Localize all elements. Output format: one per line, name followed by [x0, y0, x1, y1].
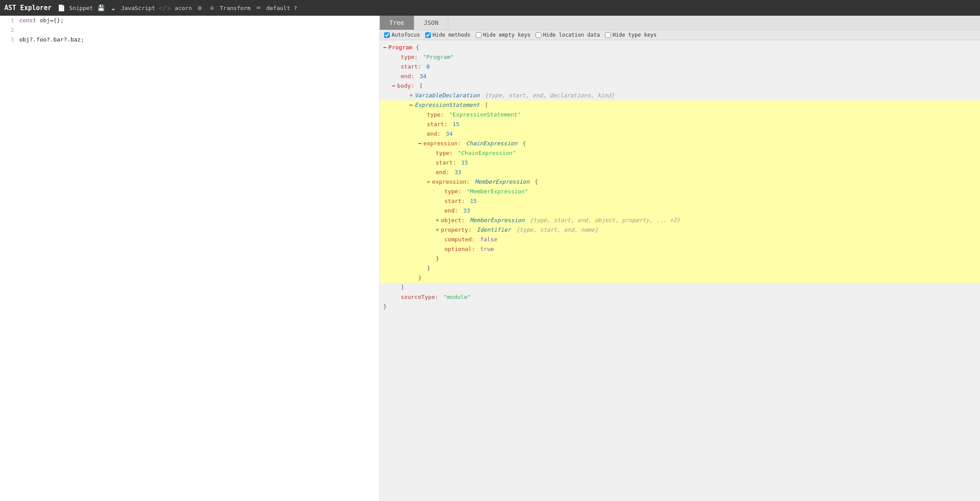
hide-location-checkbox[interactable]: [536, 32, 541, 38]
help-label: ?: [294, 5, 297, 11]
ast-optional-line: optional: true: [380, 244, 980, 254]
object-comment: {type, start, end, object, property, ...…: [530, 216, 680, 225]
javascript-label: JavaScript: [121, 5, 155, 11]
code-line-2: 2: [0, 25, 379, 35]
code-content-1: const obj={};: [19, 16, 64, 25]
ast-start-line: start: 0: [380, 62, 980, 72]
tab-json-label: JSON: [424, 19, 439, 26]
options-bar: Autofocus Hide methods Hide empty keys H…: [380, 30, 980, 40]
ast-pane: Tree JSON Autofocus Hide methods Hide em…: [380, 16, 980, 501]
main-container: 1 const obj={}; 2 3 obj?.foo?.bar?.baz; …: [0, 16, 980, 501]
program-collapse-btn[interactable]: −: [383, 43, 387, 52]
object-key: object:: [441, 216, 465, 225]
line-number-2: 2: [3, 25, 14, 35]
acorn-btn[interactable]: acorn: [175, 5, 192, 11]
memberexpr-collapse-btn[interactable]: −: [427, 177, 430, 187]
snippet-btn[interactable]: Snippet: [69, 5, 93, 11]
exprstmt-label: ExpressionStatement: [415, 100, 480, 110]
hide-location-option[interactable]: Hide location data: [536, 32, 600, 38]
property-label: Identifier: [477, 225, 511, 235]
ast-chainexpr-type-line: type: "ChainExpression": [380, 148, 980, 158]
transform-label: Transform: [220, 5, 251, 11]
memberexpr-type-key: type:: [444, 187, 461, 196]
app-title: AST Explorer: [4, 4, 52, 12]
chainexpr-close-brace: }: [427, 264, 430, 273]
hide-methods-label: Hide methods: [433, 32, 471, 38]
autofocus-option[interactable]: Autofocus: [384, 32, 420, 38]
property-comment: {type, start, end, name}: [516, 225, 598, 235]
ast-exprstmt-close: }: [380, 273, 980, 283]
code-line-1: 1 const obj={};: [0, 16, 379, 25]
code-content-3: obj?.foo?.bar?.baz;: [19, 35, 84, 45]
ast-body-close: ]: [380, 283, 980, 292]
ast-property-line: + property: Identifier {type, start, end…: [380, 225, 980, 235]
body-bracket-open: [: [420, 81, 423, 91]
hide-empty-keys-checkbox[interactable]: [476, 32, 481, 38]
snippet-file-icon: 📄: [57, 3, 65, 12]
ast-memberexpr-type-line: type: "MemberExpression": [380, 187, 980, 196]
property-expand-btn[interactable]: +: [436, 225, 439, 235]
ast-variabledecl-line: + VariableDeclaration {type, start, end,…: [380, 91, 980, 100]
exprstmt-collapse-btn[interactable]: −: [409, 100, 413, 110]
ast-chainexpr-end-line: end: 33: [380, 168, 980, 177]
variabledecl-expand-btn[interactable]: +: [409, 91, 413, 100]
chainexpr-start-value: 15: [461, 158, 468, 168]
ast-memberexpr-start-line: start: 15: [380, 196, 980, 206]
memberexpr-brace: {: [535, 177, 538, 187]
default-btn[interactable]: default: [266, 5, 290, 11]
chainexpr-start-key: start:: [436, 158, 456, 168]
program-label: Program: [389, 43, 413, 52]
ast-exprstmt-type-line: type: "ExpressionStatement": [380, 110, 980, 120]
exprstmt-end-value: 34: [446, 129, 453, 139]
start-key: start:: [401, 62, 421, 72]
body-collapse-btn[interactable]: −: [392, 81, 395, 91]
hide-type-keys-option[interactable]: Hide type keys: [605, 32, 657, 38]
hide-empty-keys-label: Hide empty keys: [483, 32, 530, 38]
chainexpr-collapse-btn[interactable]: −: [418, 139, 422, 148]
tab-json[interactable]: JSON: [414, 16, 449, 30]
hide-empty-keys-option[interactable]: Hide empty keys: [476, 32, 530, 38]
program-brace-open: {: [413, 43, 420, 52]
chainexpr-brace: {: [523, 139, 526, 148]
hide-methods-option[interactable]: Hide methods: [425, 32, 471, 38]
help-btn[interactable]: ?: [294, 5, 297, 11]
acorn-label: acorn: [175, 5, 192, 11]
ast-type-line: type: "Program": [380, 52, 980, 62]
ast-sourcetype-line: sourceType: "module": [380, 292, 980, 302]
autofocus-checkbox[interactable]: [384, 32, 390, 38]
hide-type-keys-label: Hide type keys: [612, 32, 657, 38]
ast-exprstmt-line: − ExpressionStatement [: [380, 100, 980, 110]
javascript-btn[interactable]: JavaScript: [121, 5, 155, 11]
chainexpr-label: ChainExpression: [466, 139, 517, 148]
exprstmt-type-key: type:: [427, 110, 444, 120]
tab-tree[interactable]: Tree: [380, 16, 414, 30]
editor-pane[interactable]: 1 const obj={}; 2 3 obj?.foo?.bar?.baz;: [0, 16, 380, 501]
tab-bar: Tree JSON: [380, 16, 980, 30]
body-bracket-close: ]: [401, 283, 404, 292]
exprstmt-bracket: [: [485, 100, 488, 110]
ast-body-line: − body: [: [380, 81, 980, 91]
hide-type-keys-checkbox[interactable]: [605, 32, 611, 38]
gear-icon[interactable]: ⚙: [196, 3, 204, 12]
type-value: "Program": [423, 52, 454, 62]
transform-btn[interactable]: Transform: [220, 5, 251, 11]
ast-exprstmt-start-line: start: 15: [380, 120, 980, 129]
divider-1: </>: [158, 4, 171, 12]
cloud-icon: ☁: [109, 3, 117, 12]
ast-content[interactable]: − Program { type: "Program" start: 0: [380, 40, 980, 501]
chainexpr-key: expression:: [423, 139, 461, 148]
toggle-icon[interactable]: ⊙: [208, 3, 217, 12]
optional-value: true: [480, 244, 494, 254]
ast-memberexpr-close-inner: }: [380, 254, 980, 264]
computed-value: false: [480, 235, 497, 244]
code-content-2: [19, 25, 23, 35]
autofocus-label: Autofocus: [392, 32, 420, 38]
snippet-label: Snippet: [69, 5, 93, 11]
ast-chainexpr-close: }: [380, 264, 980, 273]
sourcetype-value: "module": [444, 292, 471, 302]
object-expand-btn[interactable]: +: [436, 216, 439, 225]
memberexpr-close-inner-brace: }: [436, 254, 439, 264]
chainexpr-end-key: end:: [436, 168, 449, 177]
hide-methods-checkbox[interactable]: [425, 32, 431, 38]
memberexpr-end-value: 33: [463, 206, 470, 216]
